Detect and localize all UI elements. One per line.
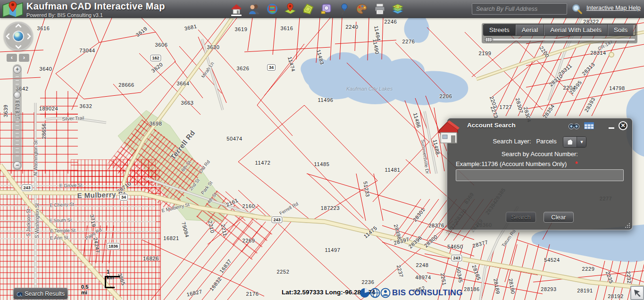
search-layer-label: Search Layer:	[493, 138, 531, 145]
globe-icon[interactable]	[265, 1, 279, 17]
search-results-label: Search Results	[25, 291, 65, 297]
basemap-button-streets[interactable]: Streets	[484, 25, 516, 35]
parcel-icon[interactable]	[301, 1, 315, 17]
users-icon[interactable]	[247, 1, 261, 17]
search-by-label: Search by Account Number:	[447, 150, 632, 158]
parcel-shape-icon[interactable]	[563, 137, 577, 147]
close-icon[interactable]: ✕	[619, 121, 627, 130]
basemap-button-aerial-with-labels[interactable]: Aerial With Labels	[544, 25, 608, 35]
search-results-tab[interactable]: Search Results	[13, 288, 68, 300]
home-icon[interactable]	[229, 1, 243, 17]
print-icon[interactable]	[373, 1, 387, 17]
layer-dropdown[interactable]: ▼	[563, 136, 586, 148]
bis-consulting-logo: BIS CONSULTING	[360, 287, 463, 299]
globe-center-icon[interactable]	[13, 31, 24, 42]
account-number-input[interactable]	[456, 169, 624, 181]
pushpin-icon[interactable]	[337, 1, 351, 17]
zoom-ticks	[16, 76, 19, 158]
app-subtitle: Powered By: BIS Consulting v3.1	[26, 12, 165, 18]
toolbar	[229, 1, 405, 17]
search-icon[interactable]	[572, 4, 582, 14]
zoom-out-button[interactable]: −	[13, 161, 21, 169]
app-title: Kaufman CAD Interactive Map	[26, 1, 165, 12]
header: Kaufman CAD Interactive Map Powered By: …	[0, 0, 644, 18]
account-search-dialog[interactable]: Account Search ✕ Search Layer: Parcels ▼…	[447, 118, 633, 230]
next-extent-button[interactable]: ›	[19, 54, 29, 62]
dropdown-arrow-icon[interactable]: ▼	[577, 137, 586, 147]
required-marker: *	[575, 160, 577, 167]
previous-extent-button[interactable]: ‹	[7, 54, 17, 62]
palette-icon[interactable]	[355, 1, 369, 17]
search-results-icon	[17, 291, 22, 297]
clear-button[interactable]: Clear	[544, 212, 574, 223]
basemap-toggle: StreetsAerialAerial With LabelsSoils	[482, 23, 637, 43]
layers-icon[interactable]	[391, 1, 405, 17]
bis-logo-text: BIS CONSULTING	[392, 288, 463, 298]
binoculars-icon[interactable]	[569, 122, 580, 130]
basemap-button-soils[interactable]: Soils	[608, 25, 633, 35]
basemap-opacity-slider[interactable]	[483, 37, 636, 42]
resize-grip[interactable]	[625, 223, 630, 228]
locate-icon[interactable]	[283, 1, 297, 17]
search-layer-row: Search Layer: Parcels ▼	[447, 136, 632, 148]
table-icon[interactable]	[584, 122, 594, 129]
minimize-icon[interactable]	[609, 123, 614, 129]
measure-icon[interactable]	[319, 1, 333, 17]
address-search-input[interactable]	[472, 3, 567, 15]
dialog-title: Account Search	[467, 122, 516, 129]
basemap-button-aerial[interactable]: Aerial	[516, 25, 544, 35]
opacity-slider-handle[interactable]	[485, 37, 493, 42]
opacity-slider-track	[484, 39, 635, 41]
help-link[interactable]: Interactive Map Help	[586, 5, 641, 11]
app-logo-icon	[2, 0, 24, 17]
extent-history-buttons: ‹ ›	[7, 54, 29, 62]
search-layer-value: Parcels	[536, 138, 556, 145]
bis-logo-icons	[360, 287, 391, 299]
pan-control[interactable]	[4, 22, 33, 51]
zoom-slider[interactable]: + −	[13, 64, 22, 171]
basemap-buttons: StreetsAerialAerial With LabelsSoils	[483, 24, 636, 36]
search-button[interactable]: Search	[506, 212, 536, 223]
zoom-in-button[interactable]: +	[13, 66, 21, 74]
north-arrow-button[interactable]	[630, 286, 644, 300]
example-label: Example:11736 (Account Numbers Only)	[456, 160, 567, 167]
north-arrow-icon	[633, 288, 642, 298]
zoom-slider-handle[interactable]	[14, 92, 21, 99]
